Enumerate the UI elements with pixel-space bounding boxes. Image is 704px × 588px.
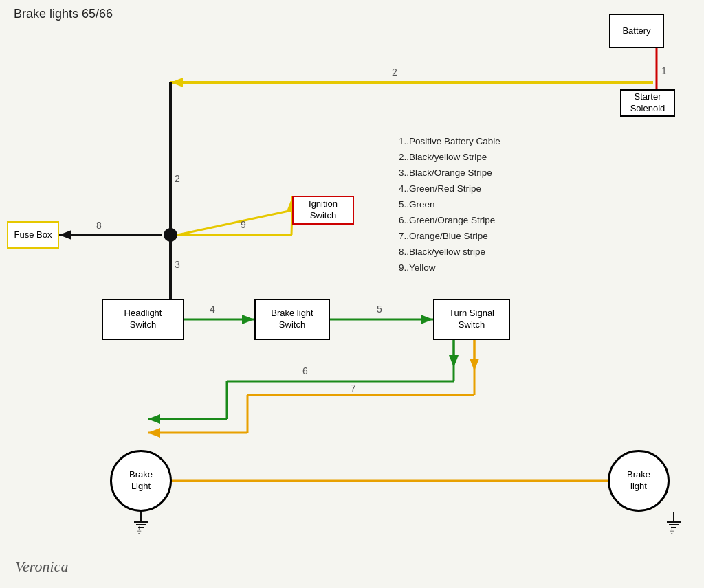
svg-marker-36 <box>148 428 160 438</box>
starter-label: StarterSolenoid <box>630 91 666 115</box>
legend-item-7: 7..Orange/Blue Stripe <box>399 229 500 245</box>
wiring-diagram: 2 1 2 3 8 9 4 5 6 7 <box>0 0 704 588</box>
legend-item-9: 9..Yellow <box>399 260 500 276</box>
brake-light-right-label: Brakelight <box>627 469 650 493</box>
svg-marker-3 <box>170 78 183 87</box>
starter-solenoid-component: StarterSolenoid <box>620 89 675 117</box>
svg-marker-12 <box>59 230 72 240</box>
svg-marker-30 <box>148 414 160 424</box>
legend-item-2: 2..Black/yellow Stripe <box>399 150 500 166</box>
battery-component: Battery <box>609 14 664 48</box>
svg-text:2: 2 <box>392 67 397 78</box>
legend-item-1: 1..Positive Battery Cable <box>399 134 500 150</box>
svg-point-10 <box>164 228 177 242</box>
turnsignal-label: Turn SignalSwitch <box>449 308 494 331</box>
legend-item-4: 4..Green/Red Stripe <box>399 181 500 197</box>
author-signature: Veronica <box>15 558 68 576</box>
svg-text:6: 6 <box>302 365 308 376</box>
svg-marker-24 <box>421 315 433 324</box>
headlight-switch-component: HeadlightSwitch <box>102 299 184 340</box>
svg-text:4: 4 <box>210 304 215 315</box>
legend-item-8: 8..Black/yellow stripe <box>399 245 500 260</box>
svg-text:3: 3 <box>175 259 180 270</box>
svg-text:⏚: ⏚ <box>669 523 675 534</box>
brakelight-label: Brake lightSwitch <box>271 308 313 331</box>
svg-text:1: 1 <box>661 65 667 76</box>
svg-marker-39 <box>470 359 479 371</box>
svg-line-14 <box>177 210 292 235</box>
fuse-box-label: Fuse Box <box>14 229 52 241</box>
svg-text:7: 7 <box>351 383 356 394</box>
fuse-box-component: Fuse Box <box>7 221 59 249</box>
legend-item-5: 5..Green <box>399 197 500 213</box>
brake-light-right-component: Brakelight <box>608 450 670 512</box>
brake-light-switch-component: Brake lightSwitch <box>254 299 330 340</box>
ignition-label: IgnitionSwitch <box>309 199 338 222</box>
brake-light-left-label: BrakeLight <box>129 469 153 493</box>
svg-marker-41 <box>449 355 459 368</box>
svg-text:2: 2 <box>175 173 180 184</box>
brake-light-left-component: BrakeLight <box>110 450 172 512</box>
svg-text:8: 8 <box>96 220 102 231</box>
battery-label: Battery <box>622 25 650 37</box>
svg-marker-21 <box>242 315 254 324</box>
turn-signal-switch-component: Turn SignalSwitch <box>433 299 510 340</box>
svg-text:⏚: ⏚ <box>136 523 142 534</box>
headlight-label: HeadlightSwitch <box>124 308 162 331</box>
svg-text:9: 9 <box>241 219 246 230</box>
legend-item-3: 3..Black/Orange Stripe <box>399 166 500 181</box>
ignition-switch-component: IgnitionSwitch <box>292 196 354 225</box>
wire-legend: 1..Positive Battery Cable 2..Black/yello… <box>399 134 500 275</box>
legend-item-6: 6..Green/Orange Stripe <box>399 213 500 229</box>
svg-text:5: 5 <box>377 304 382 315</box>
